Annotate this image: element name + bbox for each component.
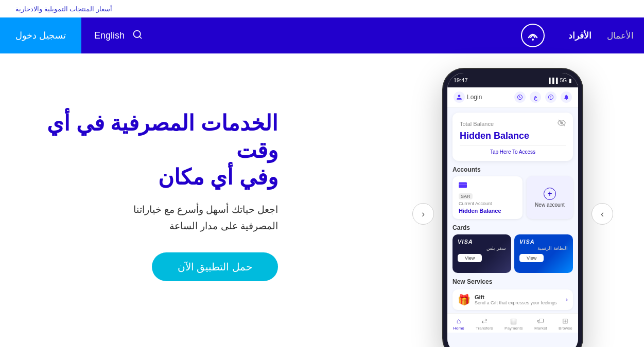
brand-logo [520,23,545,48]
home-label: Home [453,326,464,331]
nav-individuals[interactable]: الأفراد [568,30,591,41]
user-icon [454,92,465,103]
top-bar: أسعار المنتجات التمويلية والادخارية [0,0,644,17]
hero-title: الخدمات المصرفية في أي وقت وفي أي مكان [31,110,278,191]
gift-title: Gift [475,294,562,300]
language-switch[interactable]: English [94,30,125,41]
phone-status-bar: 19:47 ▐▐▐ 5G ▮ [447,73,578,87]
add-icon: + [544,188,556,200]
login-label: Login [467,94,482,101]
cards-section-title: Cards [452,224,573,231]
phone-mockup-container: ‹ 19:47 ▐▐▐ 5G ▮ Login [443,69,582,347]
card-name-2: البطاقة الرقمية [519,246,568,251]
balance-label: Total Balance [460,121,494,127]
phone-header-icons: ع [514,92,572,103]
market-label: Market [534,326,547,331]
hero-title-line1: الخدمات المصرفية في أي وقت [47,111,278,162]
card-icon [459,181,516,190]
card-view-btn-2[interactable]: View [519,254,544,262]
new-account-button[interactable]: + New account [527,176,573,219]
home-icon: ⌂ [457,317,461,325]
phone-app-header: Login ع [447,87,578,107]
gift-arrow-icon: › [566,296,568,303]
signal-icon: ▐▐▐ [547,78,558,83]
transfers-icon: ⇄ [481,317,488,325]
visa-logo-1: VISA [458,239,506,245]
accounts-row: SAR Current Account Hidden Balance + New… [452,176,573,219]
accounts-section-title: Accounts [452,166,573,173]
gift-subtitle: Send a Gift that expresses your feelings [475,300,562,305]
battery-icon: ▮ [569,78,572,83]
payments-label: Payments [504,326,523,331]
account-balance: Hidden Balance [459,208,516,214]
card-view-btn-1[interactable]: View [458,254,482,262]
search-button[interactable] [132,29,143,42]
phone-bottom-nav: ⌂ Home ⇄ Transfers ▦ Payments 🏷 Market [447,313,578,333]
search-icon [132,29,143,40]
phone-time: 19:47 [454,77,468,83]
visa-card-2: VISA البطاقة الرقمية View [514,234,573,273]
balance-top-row: Total Balance [460,119,566,129]
account-card: SAR Current Account Hidden Balance [452,176,523,219]
phone-mockup: 19:47 ▐▐▐ 5G ▮ Login [443,69,582,347]
nav-transfers[interactable]: ⇄ Transfers [476,317,493,331]
login-button[interactable]: تسجيل دخول [0,17,81,53]
tap-access[interactable]: Tap Here To Access [460,149,566,155]
new-services-row: 🎁 Gift Send a Gift that expresses your f… [452,289,573,310]
browse-label: Browse [559,326,572,331]
navbar: تسجيل دخول English الأعمال الأفراد [0,17,644,53]
nav-home[interactable]: ⌂ Home [453,317,464,331]
sar-badge: SAR [459,193,473,199]
visa-logo-2: VISA [519,239,568,245]
card-name-1: سفر بلس [458,246,506,251]
bell-icon [561,92,572,103]
market-icon: 🏷 [537,317,544,325]
transfers-label: Transfers [476,326,493,331]
hero-section: ‹ 19:47 ▐▐▐ 5G ▮ Login [0,53,644,347]
next-arrow[interactable]: › [591,203,613,225]
gift-icon: 🎁 [458,294,471,306]
prev-arrow[interactable]: ‹ [412,203,434,225]
gift-text: Gift Send a Gift that expresses your fee… [475,294,562,305]
payments-icon: ▦ [510,317,517,325]
svg-point-3 [532,39,534,41]
new-services-title: New Services [452,278,573,285]
app-icon-1 [514,92,526,103]
visa-card-1: VISA سفر بلس View [452,234,511,273]
hero-title-line2: وفي أي مكان [158,165,278,189]
hero-text: الخدمات المصرفية في أي وقت وفي أي مكان ا… [31,69,278,281]
balance-amount: Hidden Balance [460,131,566,141]
phone-screen: Login ع [447,87,578,347]
download-button[interactable]: حمل التطبيق الآن [152,252,278,281]
app-icon-2: ع [530,92,541,103]
chevron-right-icon: › [601,209,604,220]
hero-subtitle: اجعل حياتك أسهل وأسرع مع خياراتنا المصرف… [31,202,278,235]
chevron-left-icon: ‹ [422,209,425,220]
svg-rect-7 [459,184,467,186]
nav-payments[interactable]: ▦ Payments [504,317,523,331]
new-account-label: New account [535,202,565,208]
cards-row: VISA سفر بلس View VISA البطاقة الرقمية V… [452,234,573,273]
hero-sub-line2: المصرفية على مدار الساعة [169,221,278,231]
nav-market[interactable]: 🏷 Market [534,317,547,331]
phone-signal: ▐▐▐ 5G ▮ [547,78,572,83]
rates-link[interactable]: أسعار المنتجات التمويلية والادخارية [15,5,112,13]
nav-business[interactable]: الأعمال [607,30,634,41]
browse-icon: ⊞ [562,317,568,325]
eye-icon[interactable] [558,119,566,129]
nav-links: الأعمال الأفراد [520,23,634,48]
hero-sub-line1: اجعل حياتك أسهل وأسرع مع خياراتنا [133,204,278,215]
wifi-icon: 5G [560,78,567,83]
app-icon-3 [545,92,556,103]
phone-login-area: Login [454,92,482,103]
balance-card: Total Balance Hidden Balance Tap Here To… [452,113,573,161]
svg-line-1 [140,36,142,38]
account-type-label: Current Account [459,201,516,206]
nav-browse[interactable]: ⊞ Browse [559,317,572,331]
